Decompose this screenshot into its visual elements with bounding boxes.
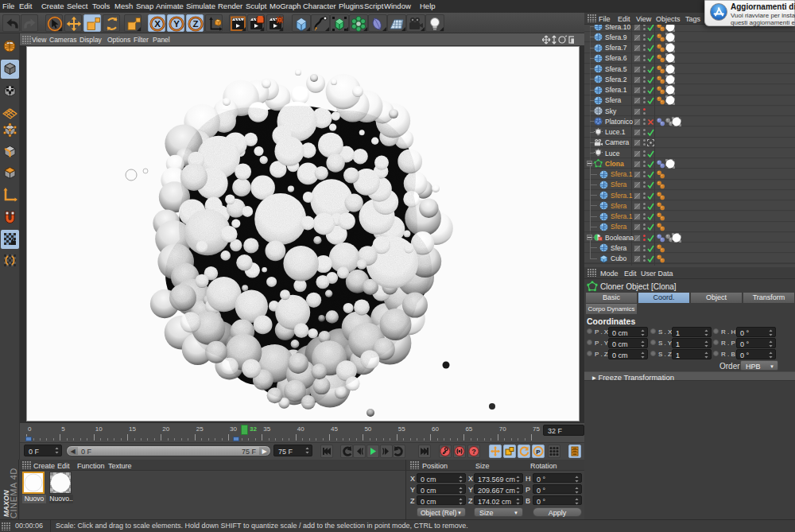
svg-text:P: P xyxy=(536,449,541,456)
svg-text:X: X xyxy=(154,19,161,29)
svg-text:?: ? xyxy=(471,448,476,456)
svg-text:Z: Z xyxy=(192,19,198,29)
svg-text:Y: Y xyxy=(173,19,180,29)
